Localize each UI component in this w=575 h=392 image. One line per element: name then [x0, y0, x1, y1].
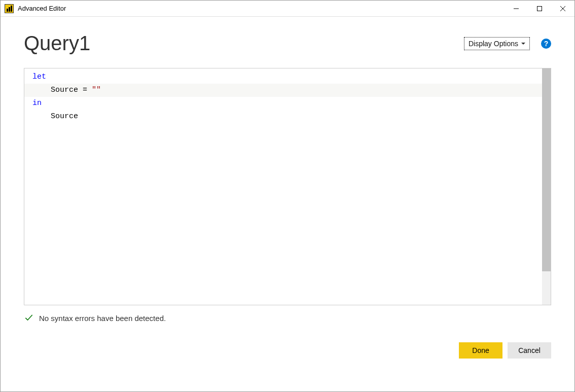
- display-options-label: Display Options: [469, 40, 518, 48]
- query-title: Query1: [24, 32, 90, 55]
- code-string: "": [92, 86, 101, 94]
- chevron-down-icon: [521, 43, 525, 45]
- svg-rect-1: [537, 6, 542, 11]
- content-area: Query1 Display Options ? let Source = ""…: [1, 17, 574, 369]
- maximize-button[interactable]: [528, 1, 551, 17]
- status-message: No syntax errors have been detected.: [39, 314, 166, 323]
- vertical-scrollbar[interactable]: [542, 68, 551, 305]
- done-button[interactable]: Done: [459, 342, 502, 359]
- check-icon: [24, 312, 34, 324]
- titlebar: Advanced Editor: [1, 1, 574, 17]
- header-row: Query1 Display Options ?: [24, 32, 551, 55]
- code-editor[interactable]: let Source = ""in Source: [24, 68, 551, 305]
- window-controls: [505, 1, 574, 17]
- code-text: Source =: [51, 86, 92, 94]
- titlebar-left: Advanced Editor: [1, 4, 505, 13]
- code-keyword-in: in: [32, 99, 42, 108]
- display-options-dropdown[interactable]: Display Options: [464, 37, 530, 50]
- footer-buttons: Done Cancel: [24, 342, 551, 359]
- help-icon[interactable]: ?: [541, 39, 551, 49]
- scrollbar-thumb[interactable]: [542, 68, 551, 271]
- code-text: Source: [51, 112, 78, 121]
- code-current-line: Source = "": [24, 84, 542, 97]
- header-right: Display Options ?: [464, 37, 551, 50]
- code-keyword-let: let: [32, 73, 46, 81]
- close-button[interactable]: [551, 1, 574, 17]
- cancel-button[interactable]: Cancel: [508, 342, 551, 359]
- status-row: No syntax errors have been detected.: [24, 312, 551, 324]
- minimize-button[interactable]: [505, 1, 528, 17]
- powerbi-app-icon: [5, 4, 14, 13]
- window-title: Advanced Editor: [18, 5, 66, 12]
- code-editor-content[interactable]: let Source = ""in Source: [24, 68, 542, 305]
